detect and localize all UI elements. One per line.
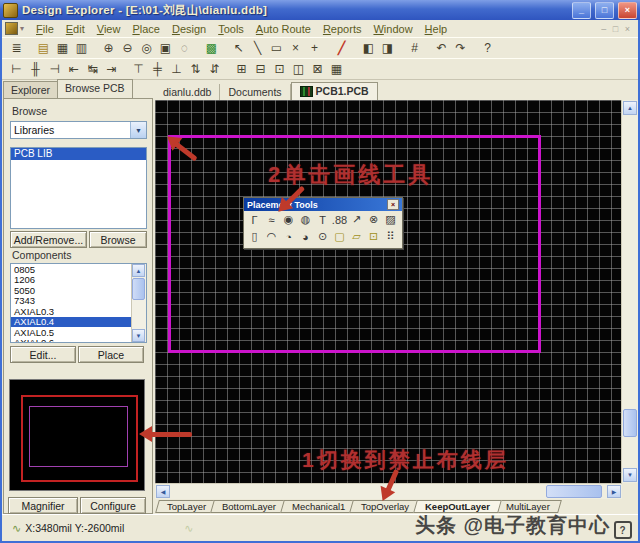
menu-file[interactable]: File <box>30 22 60 36</box>
chevron-down-icon[interactable]: ▾ <box>20 24 24 33</box>
add-remove-button[interactable]: Add/Remove... <box>10 231 87 248</box>
undo-icon[interactable]: ↶ <box>432 40 451 57</box>
distribute-right-icon[interactable]: ⇥ <box>102 61 121 78</box>
list-item[interactable]: 1206 <box>11 275 132 286</box>
place-keepout-icon[interactable]: ⊗ <box>365 212 382 227</box>
place-line-icon[interactable]: ≈ <box>263 212 280 227</box>
scroll-left-icon[interactable]: ◀ <box>156 485 170 498</box>
separator[interactable] <box>351 40 359 57</box>
place-polygon-icon[interactable]: ▱ <box>348 229 365 244</box>
distribute-bottom-icon[interactable]: ⇵ <box>205 61 224 78</box>
scroll-right-icon[interactable]: ▶ <box>607 485 621 498</box>
place-paste-array-icon[interactable]: ⊡ <box>365 229 382 244</box>
menu-help[interactable]: Help <box>419 22 454 36</box>
align-center-h-icon[interactable]: ╫ <box>26 61 45 78</box>
doc-tab-documents[interactable]: Documents <box>220 84 290 100</box>
save-icon[interactable]: ▦ <box>53 40 72 57</box>
scroll-up-icon[interactable]: ▲ <box>132 264 145 277</box>
place-arc-edge-icon[interactable]: ◠ <box>263 229 280 244</box>
list-item[interactable]: 0805 <box>11 264 132 275</box>
zoom-window-icon[interactable]: ◎ <box>137 40 156 57</box>
menu-design[interactable]: Design <box>166 22 212 36</box>
place-circle-icon[interactable]: ⊙ <box>314 229 331 244</box>
menu-edit[interactable]: Edit <box>60 22 91 36</box>
separator[interactable] <box>26 40 34 57</box>
scroll-down-icon[interactable]: ▼ <box>132 329 145 342</box>
scroll-up-icon[interactable]: ▲ <box>623 101 637 115</box>
vertical-scrollbar[interactable]: ▲ ▼ <box>621 100 638 483</box>
place-track-icon[interactable]: Γ <box>246 212 263 227</box>
chevron-down-icon[interactable]: ▼ <box>130 122 146 138</box>
line-icon[interactable]: ╲ <box>248 40 267 57</box>
place-dimension-icon[interactable]: ↗ <box>348 212 365 227</box>
doc-tab-dianlu-ddb[interactable]: dianlu.ddb <box>155 84 220 100</box>
scrollbar-thumb[interactable] <box>623 409 637 437</box>
mdi-window-controls[interactable]: ‒ □ × <box>601 24 632 34</box>
cursor-icon[interactable]: ↖ <box>229 40 248 57</box>
menu-window[interactable]: Window <box>367 22 418 36</box>
align-middle-icon[interactable]: ╪ <box>148 61 167 78</box>
zoom-in-icon[interactable]: ⊕ <box>99 40 118 57</box>
list-item[interactable]: 7343 <box>11 296 132 307</box>
distribute-center-icon[interactable]: ↹ <box>83 61 102 78</box>
space-increase-icon[interactable]: ⊟ <box>251 61 270 78</box>
separator[interactable] <box>424 40 432 57</box>
move-icon[interactable]: + <box>305 40 324 57</box>
separator[interactable] <box>221 40 229 57</box>
arrange-room-icon[interactable]: ⊠ <box>308 61 327 78</box>
zoom-document-icon[interactable]: ▣ <box>156 40 175 57</box>
align-top-icon[interactable]: ⊤ <box>129 61 148 78</box>
tab-explorer[interactable]: Explorer <box>3 81 58 98</box>
arrange-components-icon[interactable]: ◫ <box>289 61 308 78</box>
components-scrollbar[interactable]: ▲ ▼ <box>131 264 146 342</box>
maximize-button[interactable]: □ <box>595 2 614 19</box>
place-array-icon[interactable]: ⠿ <box>382 229 399 244</box>
separator[interactable] <box>324 40 332 57</box>
scrollbar-thumb[interactable] <box>132 278 145 300</box>
menu-tools[interactable]: Tools <box>212 22 250 36</box>
placement-tools-titlebar[interactable]: Placement Tools × <box>244 198 402 211</box>
library-edit-icon[interactable]: ◨ <box>378 40 397 57</box>
place-fill-hatch-icon[interactable]: ▨ <box>382 212 399 227</box>
menu-view[interactable]: View <box>91 22 127 36</box>
pcb-canvas[interactable]: Placement Tools × Γ≈◉◍T.88↗⊗▨ ▯◠◔◕⊙▢▱⊡⠿ <box>155 100 622 483</box>
list-item[interactable]: AXIAL0.5 <box>11 327 132 338</box>
space-equal-icon[interactable]: ⊞ <box>232 61 251 78</box>
place-coordinate-icon[interactable]: .88 <box>331 212 348 227</box>
open-document-icon[interactable]: ▤ <box>34 40 53 57</box>
minimize-button[interactable]: _ <box>572 2 591 19</box>
place-string-icon[interactable]: T <box>314 212 331 227</box>
menu-place[interactable]: Place <box>126 22 166 36</box>
list-item[interactable]: AXIAL0.3 <box>11 306 132 317</box>
magnifier-button[interactable]: Magnifier <box>8 497 78 514</box>
redo-icon[interactable]: ↷ <box>451 40 470 57</box>
image-icon[interactable]: ▩ <box>202 40 221 57</box>
place-arc-angle-icon[interactable]: ◕ <box>297 229 314 244</box>
menu-reports[interactable]: Reports <box>317 22 368 36</box>
space-decrease-icon[interactable]: ⊡ <box>270 61 289 78</box>
list-item[interactable]: PCB LIB <box>11 148 146 160</box>
scroll-down-icon[interactable]: ▼ <box>623 468 637 482</box>
edit-button[interactable]: Edit... <box>10 346 76 363</box>
print-icon[interactable]: ▥ <box>72 40 91 57</box>
board-preview[interactable] <box>9 379 145 491</box>
separator[interactable] <box>121 61 129 78</box>
place-button[interactable]: Place <box>78 346 144 363</box>
distribute-left-icon[interactable]: ⇤ <box>64 61 83 78</box>
explorer-tree-icon[interactable]: ≣ <box>7 40 26 57</box>
close-button[interactable]: × <box>618 2 637 19</box>
place-via-icon[interactable]: ◍ <box>297 212 314 227</box>
align-left-icon[interactable]: ⊢ <box>7 61 26 78</box>
layer-tab-toplayer[interactable]: TopLayer <box>155 500 218 513</box>
list-item[interactable]: AXIAL0.4 <box>11 317 132 328</box>
close-icon[interactable]: × <box>387 199 399 210</box>
draw-wire-icon[interactable]: ╱ <box>332 40 351 57</box>
library-icon[interactable]: ◧ <box>359 40 378 57</box>
select-area-icon[interactable]: ▭ <box>267 40 286 57</box>
help-icon[interactable]: ? <box>478 40 497 57</box>
align-right-icon[interactable]: ⊣ <box>45 61 64 78</box>
separator[interactable] <box>91 40 99 57</box>
separator[interactable] <box>397 40 405 57</box>
browse-type-dropdown[interactable]: Libraries ▼ <box>10 121 147 139</box>
menu-auto-route[interactable]: Auto Route <box>250 22 317 36</box>
